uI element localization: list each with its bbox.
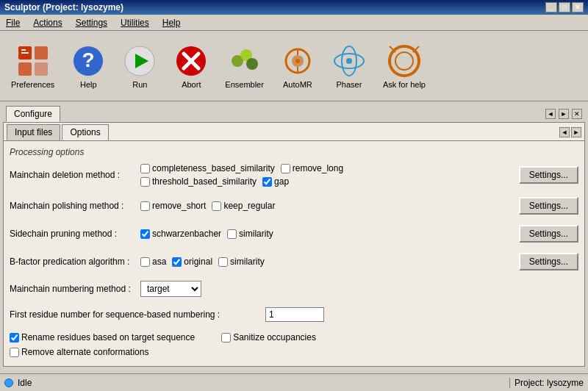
subtab-nav-prev[interactable]: ◄ [559,127,570,137]
bfactor-similarity-label: similarity [230,257,265,267]
tab-configure[interactable]: Configure [6,106,60,122]
title-text: Sculptor (Project: lysozyme) [4,2,123,12]
bfactor-settings[interactable]: Settings... [519,253,578,270]
close-button[interactable]: ✕ [572,2,584,12]
remove-short-label: remove_short [152,201,206,211]
maximize-button[interactable]: □ [559,2,570,12]
gap-label: gap [274,176,289,187]
asa-item[interactable]: asa [140,257,166,267]
run-label: Run [132,80,147,89]
subtab-nav-next[interactable]: ► [571,127,581,137]
ensembler-label: Ensembler [225,80,264,89]
numbering-method-select[interactable]: target sequence [140,281,201,297]
svg-point-23 [346,58,352,64]
keep-regular-checkbox[interactable] [212,201,221,211]
keep-regular-item[interactable]: keep_regular [212,201,275,211]
remove-alternate-label: Remove alternate conformations [21,347,148,357]
mainchain-deletion-settings[interactable]: Settings... [519,166,578,184]
options-panel: Processing options Mainchain deletion me… [3,141,585,367]
main-area: Configure ◄ ► ✕ Input files Options ◄ ► … [0,101,588,373]
rename-residues-checkbox[interactable] [10,333,19,342]
tab-nav-left: Configure [6,106,62,122]
tab-nav-next[interactable]: ► [559,109,569,119]
gap-item[interactable]: gap [262,176,289,187]
mainchain-polishing-label: Mainchain polishing method : [10,201,135,211]
menubar: File Actions Settings Utilities Help [0,15,588,31]
first-residue-input[interactable] [265,307,324,322]
menu-settings[interactable]: Settings [73,16,110,29]
tab-close[interactable]: ✕ [572,109,582,119]
threshold-similarity-label: threshold_based_similarity [152,176,257,187]
abort-button[interactable]: Abort [167,40,215,93]
remove-alternate-item[interactable]: Remove alternate conformations [10,347,148,357]
svg-point-25 [395,52,413,70]
remove-alternate-checkbox[interactable] [10,348,19,357]
threshold-similarity-checkbox[interactable] [140,177,150,187]
svg-text:?: ? [82,49,95,71]
sidechain-similarity-checkbox[interactable] [227,229,237,239]
asa-checkbox[interactable] [140,257,150,267]
askforhelp-label: Ask for help [383,80,426,89]
bfactor-row: B-factor predication algorithm : asa ori… [10,253,578,270]
toolbar: Preferences ? Help Run Abort Ensemb [0,31,588,101]
mainchain-polishing-row: Mainchain polishing method : remove_shor… [10,197,578,215]
run-button[interactable]: Run [115,40,164,93]
rename-residues-item[interactable]: Rename residues based on target sequence [10,332,195,342]
askforhelp-button[interactable]: Ask for help [376,40,432,93]
sidechain-similarity-label: similarity [239,229,273,239]
remove-alternate-row: Remove alternate conformations [10,347,578,357]
phaser-button[interactable]: Phaser [325,40,373,93]
svg-rect-2 [18,62,32,76]
askforhelp-icon [387,43,422,79]
original-label: original [184,257,212,267]
preferences-icon [15,43,51,79]
help-label: Help [80,80,97,89]
remove-long-item[interactable]: remove_long [281,163,343,173]
status-left: Idle [0,378,510,388]
bfactor-similarity-checkbox[interactable] [218,257,228,267]
gap-checkbox[interactable] [262,177,272,187]
subtab-inputfiles[interactable]: Input files [7,124,60,140]
completeness-similarity-item[interactable]: completeness_based_similarity [140,163,275,173]
bfactor-similarity-item[interactable]: similarity [218,257,265,267]
titlebar: Sculptor (Project: lysozyme) _ □ ✕ [0,0,588,15]
status-text: Idle [18,378,32,388]
threshold-similarity-item[interactable]: threshold_based_similarity [140,176,257,187]
sanitize-checkbox[interactable] [221,333,231,342]
keep-regular-label: keep_regular [223,201,275,211]
remove-long-label: remove_long [293,163,343,173]
ensembler-button[interactable]: Ensembler [218,40,270,93]
menu-file[interactable]: File [3,16,23,29]
original-item[interactable]: original [172,257,212,267]
remove-long-checkbox[interactable] [281,164,290,173]
help-button[interactable]: ? Help [64,40,112,93]
abort-icon [173,43,209,79]
minimize-button[interactable]: _ [545,2,557,12]
menu-utilities[interactable]: Utilities [118,16,152,29]
original-checkbox[interactable] [172,257,182,267]
mainchain-deletion-row: Mainchain deletion method : completeness… [10,163,578,187]
rename-sanitize-row: Rename residues based on target sequence… [10,332,578,342]
completeness-similarity-checkbox[interactable] [140,164,150,173]
subtab-options[interactable]: Options [62,124,108,140]
menu-help[interactable]: Help [159,16,184,29]
mainchain-polishing-settings[interactable]: Settings... [519,197,578,215]
preferences-button[interactable]: Preferences [4,40,61,93]
sidechain-pruning-options: schwarzenbacher similarity [140,229,513,239]
schwarzenbacher-checkbox[interactable] [140,229,150,239]
schwarzenbacher-item[interactable]: schwarzenbacher [140,229,221,239]
help-icon: ? [71,43,106,79]
mainchain-deletion-label: Mainchain deletion method : [10,170,135,180]
menu-actions[interactable]: Actions [30,16,65,29]
svg-rect-1 [35,46,48,60]
tab-nav-prev[interactable]: ◄ [545,109,556,119]
phaser-label: Phaser [336,80,362,89]
sidechain-pruning-label: Sidechain pruning method : [10,229,135,239]
remove-short-item[interactable]: remove_short [140,201,206,211]
automr-button[interactable]: AutoMR [273,40,322,93]
sidechain-pruning-settings[interactable]: Settings... [519,225,578,243]
remove-short-checkbox[interactable] [140,201,150,211]
first-residue-label: First residue number for sequence-based … [10,309,259,320]
sanitize-item[interactable]: Sanitize occupancies [221,332,316,342]
sidechain-similarity-item[interactable]: similarity [227,229,273,239]
